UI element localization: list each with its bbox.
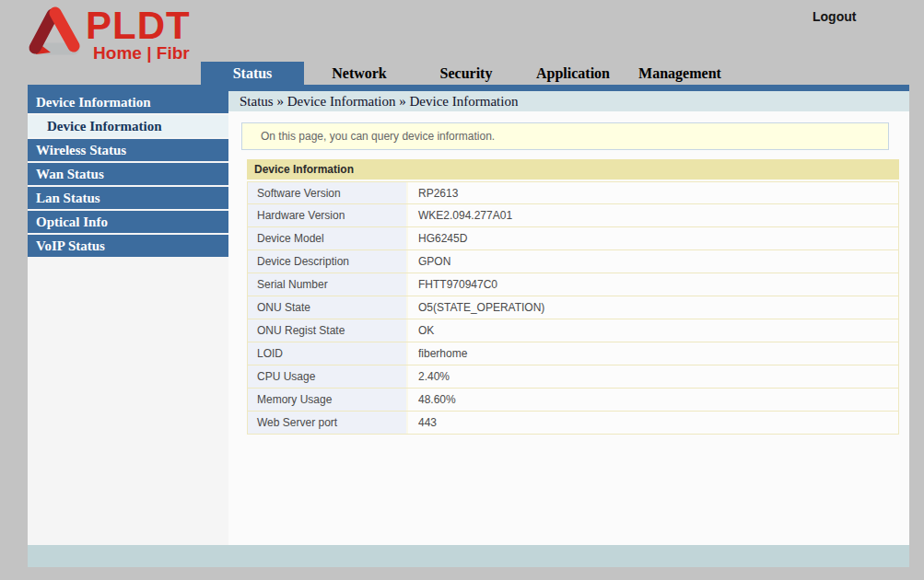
sidebar: Device Information Device Information Wi…: [28, 91, 228, 545]
main-area: Device Information Device Information Wi…: [28, 91, 909, 545]
row-label: ONU Regist State: [248, 319, 408, 342]
row-value: 443: [408, 412, 898, 434]
row-label: Web Server port: [248, 412, 408, 434]
nav-underline-bar: [28, 85, 909, 91]
row-label: Device Description: [248, 250, 408, 273]
tab-status[interactable]: Status: [201, 62, 304, 85]
main-nav: Status Network Security Application Mana…: [201, 62, 735, 85]
sidebar-item-device-information[interactable]: Device Information: [28, 115, 228, 137]
table-row: ONU State O5(STATE_OPERATION): [247, 296, 899, 319]
row-value: WKE2.094.277A01: [408, 204, 898, 226]
table-row: Hardware Version WKE2.094.277A01: [247, 204, 899, 227]
row-value: fiberhome: [408, 342, 898, 365]
row-value: RP2613: [408, 182, 898, 203]
row-value: 2.40%: [408, 365, 898, 388]
row-label: Hardware Version: [248, 204, 408, 226]
table-row: ONU Regist State OK: [247, 319, 899, 342]
table-row: LOID fiberhome: [247, 342, 899, 365]
table-row: Memory Usage 48.60%: [247, 389, 899, 412]
sidebar-item-wan-status[interactable]: Wan Status: [28, 163, 228, 185]
tab-network[interactable]: Network: [308, 62, 411, 85]
logo-text: PLDT Home | Fibr: [86, 6, 191, 64]
info-message: On this page, you can query device infor…: [261, 130, 495, 143]
pldt-logo: PLDT Home | Fibr: [26, 6, 191, 64]
row-label: CPU Usage: [248, 365, 408, 388]
row-label: Memory Usage: [248, 389, 408, 411]
sidebar-item-lan-status[interactable]: Lan Status: [28, 187, 228, 209]
pldt-logo-icon: [26, 6, 83, 57]
row-label: Software Version: [248, 182, 408, 203]
row-label: ONU State: [248, 296, 408, 319]
device-info-table: Device Information Software Version RP26…: [247, 159, 899, 435]
table-row: CPU Usage 2.40%: [247, 365, 899, 389]
row-label: Serial Number: [248, 273, 408, 296]
brand-name: PLDT: [86, 6, 191, 46]
tab-management[interactable]: Management: [628, 62, 731, 85]
logout-button[interactable]: Logout: [813, 9, 856, 24]
breadcrumb: Status » Device Information » Device Inf…: [228, 91, 909, 111]
row-value: FHTT970947C0: [408, 273, 898, 296]
table-row: Device Description GPON: [247, 250, 899, 273]
info-box: On this page, you can query device infor…: [241, 122, 889, 150]
row-value: HG6245D: [408, 227, 898, 249]
row-value: 48.60%: [408, 389, 898, 411]
sidebar-item-optical-info[interactable]: Optical Info: [28, 211, 228, 233]
table-row: Software Version RP2613: [247, 181, 899, 204]
table-row: Web Server port 443: [247, 412, 899, 435]
row-value: OK: [408, 319, 898, 342]
sidebar-item-device-information-group[interactable]: Device Information: [28, 91, 228, 113]
tab-application[interactable]: Application: [521, 62, 625, 85]
row-label: Device Model: [248, 227, 408, 249]
tab-security[interactable]: Security: [415, 62, 518, 85]
row-value: GPON: [408, 250, 898, 273]
table-row: Device Model HG6245D: [247, 227, 899, 250]
table-body: Software Version RP2613 Hardware Version…: [247, 181, 899, 435]
row-label: LOID: [248, 342, 408, 365]
sidebar-item-voip-status[interactable]: VoIP Status: [28, 235, 228, 257]
table-title: Device Information: [247, 159, 899, 180]
table-row: Serial Number FHTT970947C0: [247, 273, 899, 296]
footer-bar: [28, 545, 909, 567]
content-area: Status » Device Information » Device Inf…: [228, 91, 909, 545]
brand-subtitle: Home | Fibr: [86, 43, 191, 64]
row-value: O5(STATE_OPERATION): [408, 296, 898, 319]
sidebar-item-wireless-status[interactable]: Wireless Status: [28, 139, 228, 161]
